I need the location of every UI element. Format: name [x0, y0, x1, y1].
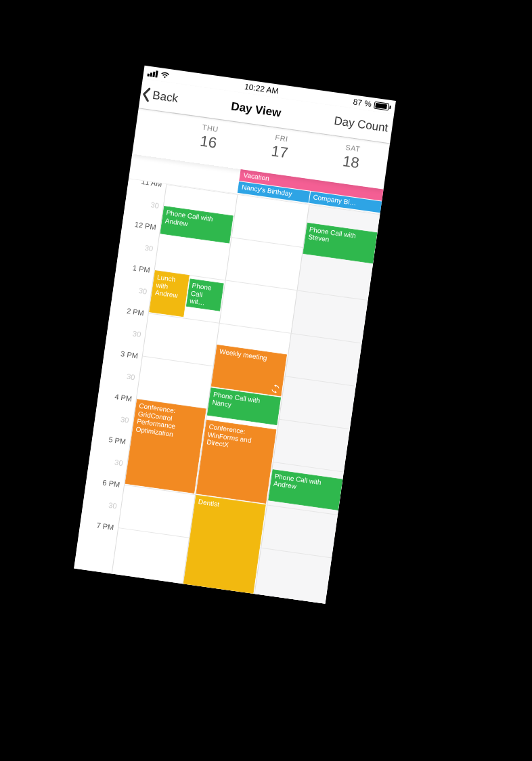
half-hour-tick: 30: [150, 200, 160, 211]
battery-percent: 87 %: [353, 97, 372, 109]
half-hour-tick: 30: [132, 328, 141, 339]
page-title: Day View: [230, 100, 282, 120]
time-grid[interactable]: 11 AM3012 PM301 PM302 PM303 PM304 PM305 …: [74, 179, 380, 604]
hour-tick: 7 PM: [96, 521, 114, 532]
calendar-event[interactable]: Conference: GridControl Performance Opti…: [125, 399, 206, 494]
calendar-event[interactable]: Dentist: [181, 495, 265, 604]
chevron-left-icon: [141, 86, 152, 102]
half-hour-tick: 30: [108, 500, 118, 511]
cellular-signal-icon: [147, 70, 158, 78]
day-header-18[interactable]: SAT18: [312, 134, 390, 190]
hour-tick: 1 PM: [132, 263, 150, 274]
calendar-event[interactable]: Phone Call with Andrew: [160, 206, 234, 244]
calendar-event[interactable]: Conference: WinForms and DirectX: [196, 420, 277, 504]
hour-tick: 2 PM: [126, 306, 144, 318]
hour-tick: 5 PM: [108, 435, 127, 446]
hour-tick: 12 PM: [134, 219, 156, 232]
battery-icon: [374, 101, 391, 110]
half-hour-tick: 30: [120, 414, 129, 425]
calendar-event[interactable]: Phone Call with Andrew: [268, 469, 348, 511]
back-button[interactable]: Back: [139, 86, 179, 106]
half-hour-tick: 30: [114, 457, 123, 468]
calendar-event[interactable]: Phone Call with Steven: [303, 222, 380, 264]
hour-tick: 3 PM: [120, 349, 138, 360]
day-header-17[interactable]: FRI17: [241, 124, 319, 179]
calendar-event[interactable]: Phone Call wit…: [185, 278, 224, 311]
half-hour-tick: 30: [138, 286, 148, 297]
phone-screen: 10:22 AM 87 % Back Day View Day Count TH…: [74, 66, 396, 604]
calendar-event[interactable]: Lunch with Andrew: [149, 270, 190, 318]
day-count-button[interactable]: Day Count: [333, 114, 389, 135]
wifi-icon: [160, 71, 170, 79]
half-hour-tick: 30: [126, 372, 135, 383]
hour-tick: 6 PM: [102, 477, 120, 489]
back-label: Back: [152, 89, 179, 106]
recurring-icon: [271, 385, 280, 394]
day-header-16[interactable]: THU16: [170, 114, 248, 169]
hour-tick: 4 PM: [114, 392, 132, 404]
half-hour-tick: 30: [144, 243, 154, 254]
